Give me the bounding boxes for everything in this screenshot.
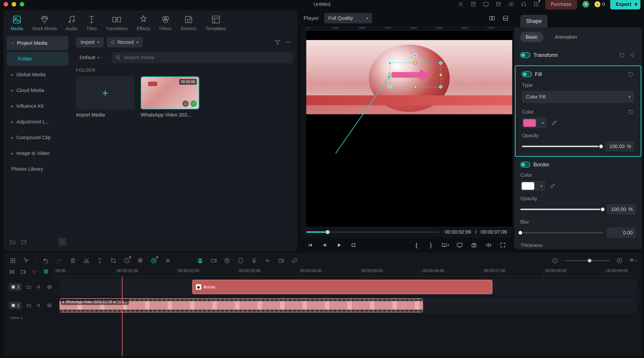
subtab-basic[interactable]: Basic	[520, 32, 543, 42]
zoom-out-icon[interactable]	[551, 257, 559, 264]
pointer-icon[interactable]	[22, 257, 30, 264]
zoom-slider[interactable]	[565, 260, 610, 261]
tab-templates[interactable]: Templates	[206, 15, 226, 31]
marker-add-icon[interactable]	[20, 269, 28, 276]
keyframe-icon[interactable]	[629, 52, 636, 59]
border-opacity-slider[interactable]	[520, 209, 603, 210]
aspect-ratio-icon[interactable]: ▾	[441, 241, 449, 249]
text-icon[interactable]	[96, 257, 104, 264]
window-minimize[interactable]	[12, 2, 16, 6]
sidebar-project-media[interactable]: ▼Project Media	[7, 36, 68, 50]
fill-opacity-slider[interactable]	[522, 146, 601, 147]
border-toggle[interactable]	[520, 162, 530, 168]
save-icon[interactable]	[470, 1, 477, 8]
track-mute-icon[interactable]	[36, 302, 42, 308]
tab-media[interactable]: Media	[11, 15, 23, 31]
play-icon[interactable]	[335, 241, 343, 249]
sidebar-compound-clip[interactable]: ▶Compound Clip	[7, 131, 68, 144]
mask-icon[interactable]	[277, 257, 285, 264]
track-folder-icon[interactable]	[26, 284, 32, 290]
prev-frame-icon[interactable]	[306, 241, 314, 249]
border-opacity-value[interactable]: 100.00	[611, 206, 626, 212]
mark-out-icon[interactable]: }	[427, 241, 435, 249]
track-mute-icon[interactable]	[36, 284, 42, 290]
purchase-button[interactable]: Purchase	[545, 0, 577, 10]
collapse-sidebar-icon[interactable]	[58, 238, 66, 246]
step-back-icon[interactable]	[321, 241, 329, 249]
circle-play-icon[interactable]	[223, 257, 231, 264]
more-icon[interactable]	[285, 38, 293, 46]
camera-tool-icon[interactable]	[210, 257, 218, 264]
apps-icon[interactable]	[533, 1, 540, 8]
search-box[interactable]	[112, 52, 293, 63]
sidebar-image-to-video[interactable]: ▶Image to Video	[7, 146, 68, 160]
image-view-icon[interactable]	[502, 14, 510, 22]
track-mode-icon[interactable]	[9, 269, 16, 276]
clip-arrow[interactable]: ◆ Arrow	[192, 280, 492, 294]
compare-view-icon[interactable]	[488, 14, 496, 22]
track-visibility-icon[interactable]	[46, 284, 52, 290]
selection-box[interactable]	[390, 62, 441, 87]
progress-bar[interactable]	[306, 232, 440, 233]
sidebar-cloud-media[interactable]: ▶Cloud Media	[7, 84, 68, 97]
cloud-upload-icon[interactable]	[508, 1, 515, 8]
support-icon[interactable]	[520, 1, 527, 8]
user-avatar[interactable]: V	[582, 1, 589, 8]
reset-transform-icon[interactable]	[618, 52, 626, 59]
tab-stickers[interactable]: Stickers	[180, 15, 196, 31]
crop-icon[interactable]	[110, 257, 117, 264]
undo-icon[interactable]	[42, 257, 50, 264]
export-button[interactable]: Export	[610, 0, 640, 10]
credits[interactable]: ✦ 0	[594, 1, 605, 7]
clip-video[interactable]: ▸WhatsApp Video 2024-12-28 at 11.1...	[59, 298, 423, 312]
timeline-ruler[interactable]: 00:00 00:00:01:00 00:00:02:00 00:00:03:0…	[54, 268, 637, 276]
opacity-value[interactable]: 100.00	[609, 144, 624, 149]
subtab-animation[interactable]: Animation	[550, 32, 582, 42]
track-header-1[interactable]: 1	[9, 302, 22, 309]
fill-type-select[interactable]: Color Fill▾	[522, 91, 634, 103]
color-icon[interactable]	[136, 257, 144, 264]
snapshot-icon[interactable]	[470, 241, 478, 249]
search-input[interactable]	[124, 55, 289, 60]
reset-fill-icon[interactable]	[627, 70, 634, 78]
redo-icon[interactable]	[56, 257, 63, 264]
track-visibility-icon[interactable]	[46, 302, 52, 308]
transform-toggle[interactable]	[520, 52, 530, 58]
import-media-tile[interactable]: + Import Media	[76, 76, 134, 118]
magnet-icon[interactable]	[43, 269, 50, 276]
stop-icon[interactable]	[350, 241, 358, 249]
track-folder-icon[interactable]	[26, 302, 32, 308]
fill-color-picker[interactable]: ▾	[522, 118, 547, 128]
eyedropper-icon[interactable]	[549, 182, 556, 190]
sidebar-influence-kit[interactable]: ▶Influence Kit	[7, 99, 68, 113]
filter-icon[interactable]	[274, 38, 282, 46]
eyedropper-icon[interactable]	[550, 120, 558, 126]
border-color-picker[interactable]: ▾	[520, 181, 545, 191]
grid-icon[interactable]	[9, 257, 17, 264]
sidebar-adjustment-layer[interactable]: ▶Adjustment L...	[7, 115, 68, 129]
fullscreen-icon[interactable]	[499, 241, 507, 249]
quality-dropdown[interactable]: Full Quality▾	[324, 13, 372, 24]
tab-audio[interactable]: Audio	[66, 15, 77, 31]
ai-icon[interactable]	[150, 257, 158, 264]
canvas[interactable]	[306, 31, 512, 227]
mark-in-icon[interactable]: {	[412, 241, 420, 249]
new-folder-icon[interactable]	[8, 238, 17, 246]
cut-icon[interactable]	[82, 257, 90, 264]
track-header-2[interactable]: 2	[9, 283, 22, 291]
display-icon[interactable]	[456, 241, 464, 249]
layout-icon[interactable]: ▾	[629, 257, 637, 264]
sidebar-global-media[interactable]: ▶Global Media	[7, 68, 68, 82]
zoom-in-icon[interactable]	[616, 257, 623, 264]
window-zoom[interactable]	[20, 2, 24, 6]
player-viewport[interactable]: 0500100015002000250030003500	[301, 26, 512, 238]
more-tools-icon[interactable]	[164, 257, 171, 264]
blur-value[interactable]: 0.00	[623, 230, 633, 236]
reset-color-icon[interactable]	[627, 108, 634, 116]
tab-stock-media[interactable]: Stock Media	[32, 15, 57, 31]
mic-icon[interactable]	[250, 257, 258, 264]
record-button[interactable]: Record▾	[107, 37, 143, 48]
speed-icon[interactable]	[123, 257, 131, 264]
media-tile[interactable]: 00:00:06 ▸ ✓ WhatsApp Video 202...	[141, 76, 199, 118]
notifications-icon[interactable]	[457, 1, 464, 8]
